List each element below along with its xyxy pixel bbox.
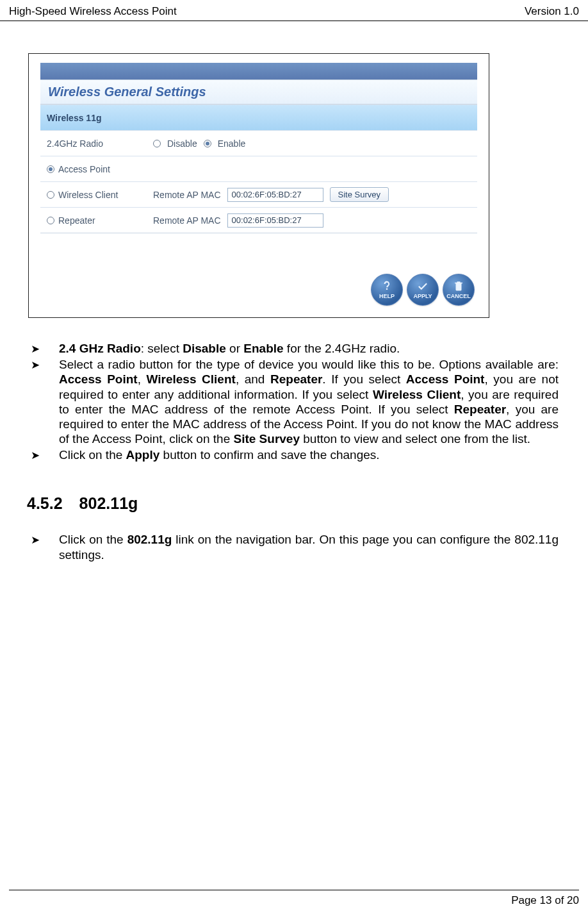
remote-mac-input-1[interactable] <box>227 188 323 202</box>
apply-button[interactable]: APPLY <box>407 274 439 306</box>
list-item: ➤ Click on the 802.11g link on the navig… <box>31 532 559 562</box>
disable-radio[interactable] <box>153 140 161 147</box>
mode-ap-row: Access Point <box>40 156 477 181</box>
remote-mac-label-1: Remote AP MAC <box>153 190 221 200</box>
bullet-icon: ➤ <box>31 532 59 562</box>
site-survey-button[interactable]: Site Survey <box>330 187 389 202</box>
enable-radio[interactable] <box>204 140 211 147</box>
doc-title: High-Speed Wireless Access Point <box>9 5 177 18</box>
repeater-text: Repeater <box>58 215 95 226</box>
page-number: Page 13 of 20 <box>511 894 579 906</box>
page-header: High-Speed Wireless Access Point Version… <box>0 0 588 21</box>
bullet-list-1: ➤ 2.4 GHz Radio: select Disable or Enabl… <box>31 341 559 462</box>
repeater-radio[interactable] <box>47 217 54 224</box>
radio-enable-row: 2.4GHz Radio Disable Enable <box>40 130 477 156</box>
bullet-list-2: ➤ Click on the 802.11g link on the navig… <box>31 532 559 562</box>
section-number: 4.5.2 <box>27 494 63 513</box>
remote-mac-input-2[interactable] <box>227 213 323 228</box>
list-item: ➤ Select a radio button for the type of … <box>31 357 559 446</box>
radio-label: 2.4GHz Radio <box>40 138 149 149</box>
remote-mac-label-2: Remote AP MAC <box>153 215 221 226</box>
mode-client-row: Wireless Client Remote AP MAC Site Surve… <box>40 181 477 207</box>
bullet-icon: ➤ <box>31 447 59 462</box>
ap-radio[interactable] <box>47 165 54 173</box>
list-item: ➤ Click on the Apply button to confirm a… <box>31 447 559 462</box>
list-item: ➤ 2.4 GHz Radio: select Disable or Enabl… <box>31 341 559 356</box>
help-button[interactable]: HELP <box>371 274 403 306</box>
client-text: Wireless Client <box>58 190 118 200</box>
section-title: 802.11g <box>79 494 138 513</box>
panel-heading: Wireless General Settings <box>40 79 477 104</box>
doc-version: Version 1.0 <box>525 5 579 18</box>
bullet-icon: ➤ <box>31 341 59 356</box>
check-icon <box>417 280 429 292</box>
panel-subheading: Wireless 11g <box>40 104 477 130</box>
cancel-button[interactable]: CANCEL <box>443 274 475 306</box>
mode-repeater-row: Repeater Remote AP MAC <box>40 207 477 233</box>
page-footer: Page 13 of 20 <box>9 890 579 907</box>
question-icon <box>381 280 393 292</box>
ap-text: Access Point <box>58 164 110 174</box>
title-bar <box>40 63 477 79</box>
disable-text: Disable <box>167 138 197 149</box>
enable-text: Enable <box>218 138 246 149</box>
section-heading: 4.5.2 802.11g <box>27 494 562 513</box>
trash-icon <box>453 280 464 292</box>
settings-screenshot: Wireless General Settings Wireless 11g 2… <box>28 53 489 318</box>
client-radio[interactable] <box>47 191 54 199</box>
bullet-icon: ➤ <box>31 357 59 446</box>
